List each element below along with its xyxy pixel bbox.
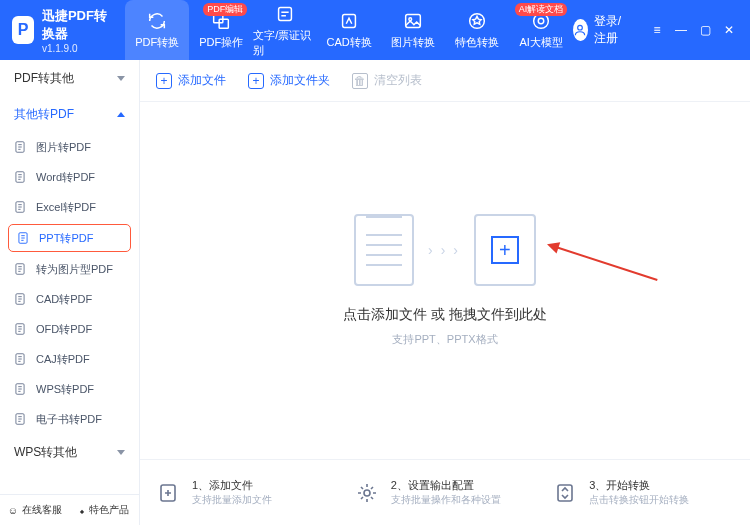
sidebar: PDF转其他 其他转PDF 图片转PDFWord转PDFExcel转PDFPPT…	[0, 60, 140, 525]
menu-button[interactable]: ≡	[646, 19, 668, 41]
step-1: 1、添加文件支持批量添加文件	[154, 478, 339, 507]
drop-subtitle: 支持PPT、PPTX格式	[392, 332, 497, 347]
sidebar-item-label: 图片转PDF	[36, 140, 91, 155]
sidebar-item-label: WPS转PDF	[36, 382, 94, 397]
app-name: 迅捷PDF转换器	[42, 7, 113, 43]
add-folder-button[interactable]: + 添加文件夹	[248, 72, 330, 89]
nav-ocr[interactable]: 文字/票证识别	[253, 0, 317, 60]
sidebar-item-2[interactable]: Excel转PDF	[0, 192, 139, 222]
drop-illustration: › › › +	[354, 214, 536, 286]
app-version: v1.1.9.0	[42, 43, 113, 54]
svg-point-7	[538, 18, 544, 24]
file-type-icon	[12, 381, 28, 397]
sidebar-item-label: CAJ转PDF	[36, 352, 90, 367]
sidebar-item-7[interactable]: CAJ转PDF	[0, 344, 139, 374]
titlebar-right: 登录/注册 ≡ — ▢ ✕	[573, 13, 750, 47]
file-type-icon	[12, 199, 28, 215]
badge-ai: AI解读文档	[515, 3, 568, 16]
main-panel: + 添加文件 + 添加文件夹 🗑 清空列表 › › › + 点击添加文件 或 拖…	[140, 60, 750, 525]
sidebar-item-label: 电子书转PDF	[36, 412, 102, 427]
sidebar-footer: ☺ 在线客服 ⬥ 特色产品	[0, 494, 139, 525]
arrow-dots-icon: › › ›	[428, 242, 460, 258]
add-file-button[interactable]: + 添加文件	[156, 72, 226, 89]
refresh-icon	[146, 10, 168, 32]
title-bar: P 迅捷PDF转换器 v1.1.9.0 PDF转换 PDF编辑 PDF操作 文字…	[0, 0, 750, 60]
badge-pdf-edit: PDF编辑	[203, 3, 247, 16]
file-type-icon	[12, 321, 28, 337]
close-button[interactable]: ✕	[718, 19, 740, 41]
sidebar-item-label: PPT转PDF	[39, 231, 93, 246]
sidebar-item-8[interactable]: WPS转PDF	[0, 374, 139, 404]
clear-list-button[interactable]: 🗑 清空列表	[352, 72, 422, 89]
plus-file-icon: +	[156, 73, 172, 89]
svg-rect-2	[279, 7, 292, 20]
file-type-icon	[12, 291, 28, 307]
drop-title: 点击添加文件 或 拖拽文件到此处	[343, 306, 547, 324]
maximize-button[interactable]: ▢	[694, 19, 716, 41]
nav-image[interactable]: 图片转换	[381, 0, 445, 60]
footer-support[interactable]: ☺ 在线客服	[0, 495, 70, 525]
add-file-step-icon	[154, 479, 182, 507]
sidebar-item-label: Word转PDF	[36, 170, 95, 185]
scan-icon	[274, 3, 296, 25]
login-button[interactable]: 登录/注册	[573, 13, 628, 47]
document-icon	[354, 214, 414, 286]
sidebar-item-0[interactable]: 图片转PDF	[0, 132, 139, 162]
file-type-icon	[12, 169, 28, 185]
sidebar-item-6[interactable]: OFD转PDF	[0, 314, 139, 344]
group-pdf-to-other[interactable]: PDF转其他	[0, 60, 139, 96]
brand-area: P 迅捷PDF转换器 v1.1.9.0	[0, 7, 125, 54]
top-nav: PDF转换 PDF编辑 PDF操作 文字/票证识别 CAD转换 图片转换 特色转…	[125, 0, 573, 60]
sidebar-item-3[interactable]: PPT转PDF	[8, 224, 131, 252]
sidebar-item-label: Excel转PDF	[36, 200, 96, 215]
svg-rect-4	[406, 15, 421, 28]
plus-folder-icon: +	[248, 73, 264, 89]
sidebar-item-4[interactable]: 转为图片型PDF	[0, 254, 139, 284]
nav-pdf-convert[interactable]: PDF转换	[125, 0, 189, 60]
chevron-up-icon	[117, 112, 125, 117]
sidebar-item-1[interactable]: Word转PDF	[0, 162, 139, 192]
nav-pdf-operate[interactable]: PDF编辑 PDF操作	[189, 0, 253, 60]
step-3: 3、开始转换点击转换按钮开始转换	[551, 478, 736, 507]
annotation-arrow	[552, 245, 657, 281]
cad-icon	[338, 10, 360, 32]
nav-special[interactable]: 特色转换	[445, 0, 509, 60]
file-type-icon	[12, 411, 28, 427]
toolbar: + 添加文件 + 添加文件夹 🗑 清空列表	[140, 60, 750, 102]
trash-icon: 🗑	[352, 73, 368, 89]
chevron-down-icon	[117, 450, 125, 455]
star-icon	[466, 10, 488, 32]
app-logo-icon: P	[12, 16, 34, 44]
nav-ai[interactable]: AI解读文档 AI大模型	[509, 0, 573, 60]
sidebar-item-label: CAD转PDF	[36, 292, 92, 307]
group-wps-to-other[interactable]: WPS转其他	[0, 434, 139, 470]
file-type-icon	[12, 261, 28, 277]
sidebar-item-label: OFD转PDF	[36, 322, 92, 337]
steps-bar: 1、添加文件支持批量添加文件 2、设置输出配置支持批量操作和各种设置 3、开始转…	[140, 459, 750, 525]
svg-point-9	[578, 25, 583, 30]
footer-products[interactable]: ⬥ 特色产品	[70, 495, 140, 525]
avatar-icon	[573, 19, 588, 41]
sidebar-item-9[interactable]: 电子书转PDF	[0, 404, 139, 434]
svg-point-21	[364, 490, 370, 496]
image-icon	[402, 10, 424, 32]
svg-rect-3	[343, 15, 356, 28]
nav-cad[interactable]: CAD转换	[317, 0, 381, 60]
group-other-to-pdf[interactable]: 其他转PDF	[0, 96, 139, 132]
drop-zone[interactable]: › › › + 点击添加文件 或 拖拽文件到此处 支持PPT、PPTX格式	[140, 102, 750, 459]
chevron-down-icon	[117, 76, 125, 81]
step-2: 2、设置输出配置支持批量操作和各种设置	[353, 478, 538, 507]
settings-step-icon	[353, 479, 381, 507]
file-type-icon	[12, 139, 28, 155]
add-box-icon: +	[474, 214, 536, 286]
file-type-icon	[15, 230, 31, 246]
minimize-button[interactable]: —	[670, 19, 692, 41]
sidebar-item-5[interactable]: CAD转PDF	[0, 284, 139, 314]
svg-rect-1	[219, 19, 228, 28]
convert-step-icon	[551, 479, 579, 507]
file-type-icon	[12, 351, 28, 367]
sidebar-item-label: 转为图片型PDF	[36, 262, 113, 277]
